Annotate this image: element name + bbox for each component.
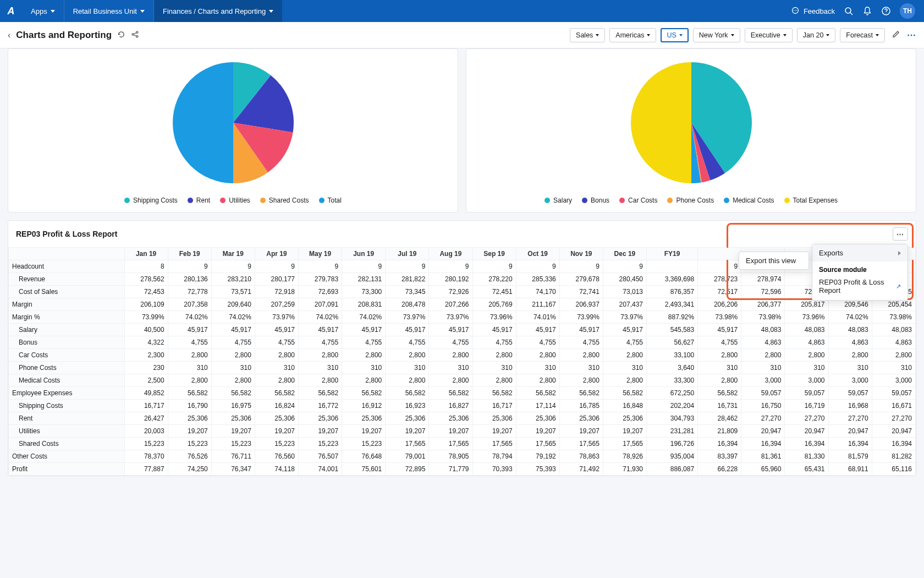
cell[interactable]: 74,170 (516, 286, 559, 298)
cell[interactable]: 280,450 (603, 273, 646, 286)
cell[interactable]: 16,394 (872, 438, 915, 450)
cell[interactable]: 4,863 (785, 336, 828, 349)
cell[interactable]: 206,109 (124, 298, 168, 311)
cell[interactable]: 2,800 (255, 349, 298, 362)
cell[interactable]: 310 (603, 362, 646, 374)
cell[interactable]: 2,800 (698, 374, 741, 387)
col-header[interactable]: Jun 19 (342, 248, 386, 260)
cell[interactable]: 73.97% (603, 311, 646, 324)
legend-item[interactable]: Car Costs (619, 197, 657, 204)
cell[interactable]: 4,322 (124, 336, 168, 349)
cell[interactable] (647, 260, 698, 273)
row-label[interactable]: Shipping Costs (9, 400, 125, 412)
cell[interactable]: 208,478 (386, 298, 429, 311)
cell[interactable]: 9 (255, 260, 298, 273)
cell[interactable]: 56,582 (386, 387, 429, 400)
cell[interactable]: 28,462 (698, 412, 741, 425)
cell[interactable]: 17,565 (386, 438, 429, 450)
cell[interactable]: 72,926 (429, 286, 472, 298)
cell[interactable]: 78,926 (603, 450, 646, 463)
cell[interactable]: 45,917 (342, 324, 386, 336)
col-header[interactable]: FY19 (647, 248, 698, 260)
cell[interactable]: 56,582 (255, 387, 298, 400)
cell[interactable]: 16,394 (828, 438, 872, 450)
filter-americas[interactable]: Americas (609, 28, 656, 42)
legend-item[interactable]: Phone Costs (667, 197, 714, 204)
back-button[interactable]: ‹ (8, 30, 10, 40)
cell[interactable]: 206,377 (741, 298, 785, 311)
cell[interactable]: 76,526 (168, 450, 211, 463)
col-header[interactable]: May 19 (299, 248, 342, 260)
cell[interactable]: 16,824 (255, 400, 298, 412)
col-header[interactable]: Feb 19 (168, 248, 211, 260)
row-label[interactable]: Revenue (9, 273, 125, 286)
cell[interactable]: 19,207 (211, 425, 255, 438)
row-label[interactable]: Phone Costs (9, 362, 125, 374)
pie-slice-total-expenses[interactable] (631, 62, 691, 183)
cell[interactable]: 9 (168, 260, 211, 273)
cell[interactable]: 310 (299, 362, 342, 374)
cell[interactable]: 2,800 (386, 374, 429, 387)
cell[interactable]: 16,671 (872, 400, 915, 412)
cell[interactable]: 310 (698, 362, 741, 374)
cell[interactable]: 81,282 (872, 450, 915, 463)
cell[interactable]: 17,565 (472, 438, 516, 450)
cell[interactable]: 16,968 (828, 400, 872, 412)
cell[interactable]: 9 (386, 260, 429, 273)
cell[interactable]: 4,755 (386, 336, 429, 349)
filter-new-york[interactable]: New York (693, 28, 740, 42)
cell[interactable]: 45,917 (386, 324, 429, 336)
cell[interactable]: 4,755 (559, 336, 603, 349)
cell[interactable]: 16,923 (386, 400, 429, 412)
cell[interactable]: 4,863 (828, 336, 872, 349)
cell[interactable]: 56,582 (342, 387, 386, 400)
cell[interactable]: 81,330 (785, 450, 828, 463)
cell[interactable]: 56,582 (603, 387, 646, 400)
cell[interactable]: 16,719 (785, 400, 828, 412)
cell[interactable]: 17,565 (429, 438, 472, 450)
cell[interactable]: 19,207 (386, 425, 429, 438)
cell[interactable]: 4,755 (342, 336, 386, 349)
cell[interactable]: 73,345 (386, 286, 429, 298)
cell[interactable]: 21,809 (698, 425, 741, 438)
cell[interactable]: 887.92% (647, 311, 698, 324)
cell[interactable]: 310 (255, 362, 298, 374)
cell[interactable]: 2,800 (559, 349, 603, 362)
cell[interactable]: 74,118 (255, 463, 298, 476)
cell[interactable]: 25,306 (472, 412, 516, 425)
legend-item[interactable]: Utilities (220, 197, 250, 204)
cell[interactable]: 25,306 (516, 412, 559, 425)
cell[interactable]: 76,711 (211, 450, 255, 463)
cell[interactable]: 2,800 (472, 374, 516, 387)
cell[interactable]: 73.96% (785, 311, 828, 324)
cell[interactable]: 45,917 (255, 324, 298, 336)
cell[interactable]: 205,769 (472, 298, 516, 311)
exports-menu-item[interactable]: Exports (812, 244, 908, 261)
cell[interactable]: 27,270 (828, 412, 872, 425)
cell[interactable]: 76,648 (342, 450, 386, 463)
cell[interactable]: 3,000 (741, 374, 785, 387)
cell[interactable]: 73,571 (211, 286, 255, 298)
cell[interactable]: 76,347 (211, 463, 255, 476)
cell[interactable]: 278,220 (472, 273, 516, 286)
refresh-icon[interactable] (117, 30, 125, 40)
cell[interactable]: 19,207 (516, 425, 559, 438)
cell[interactable]: 59,057 (741, 387, 785, 400)
export-submenu[interactable]: Export this view (739, 252, 809, 270)
cell[interactable]: 2,800 (603, 374, 646, 387)
business-unit-menu[interactable]: Retail Business Unit (64, 0, 154, 22)
cell[interactable]: 59,057 (785, 387, 828, 400)
cell[interactable]: 2,800 (342, 374, 386, 387)
cell[interactable]: 20,947 (785, 425, 828, 438)
cell[interactable]: 19,207 (168, 425, 211, 438)
col-header[interactable]: Oct 19 (516, 248, 559, 260)
cell[interactable]: 17,565 (559, 438, 603, 450)
col-header[interactable]: Mar 19 (211, 248, 255, 260)
cell[interactable]: 278,974 (741, 273, 785, 286)
cell[interactable]: 2,800 (255, 374, 298, 387)
cell[interactable]: 16,717 (472, 400, 516, 412)
cell[interactable]: 73.97% (386, 311, 429, 324)
cell[interactable]: 2,800 (429, 349, 472, 362)
row-label[interactable]: Shared Costs (9, 438, 125, 450)
cell[interactable]: 19,207 (429, 425, 472, 438)
